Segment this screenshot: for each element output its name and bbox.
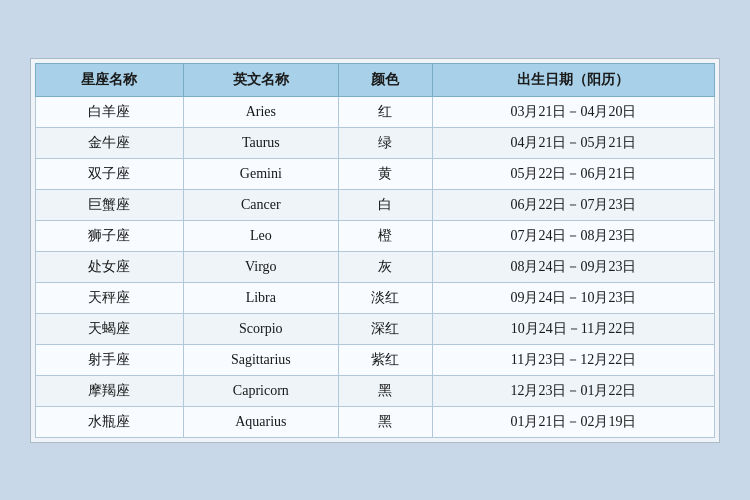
cell-6-0: 天秤座 bbox=[36, 282, 184, 313]
cell-7-0: 天蝎座 bbox=[36, 313, 184, 344]
cell-4-3: 07月24日－08月23日 bbox=[432, 220, 714, 251]
cell-8-1: Sagittarius bbox=[183, 344, 338, 375]
header-dates: 出生日期（阳历） bbox=[432, 63, 714, 96]
cell-8-0: 射手座 bbox=[36, 344, 184, 375]
table-row: 水瓶座Aquarius黑01月21日－02月19日 bbox=[36, 406, 715, 437]
table-row: 处女座Virgo灰08月24日－09月23日 bbox=[36, 251, 715, 282]
cell-6-3: 09月24日－10月23日 bbox=[432, 282, 714, 313]
table-row: 双子座Gemini黄05月22日－06月21日 bbox=[36, 158, 715, 189]
cell-10-1: Aquarius bbox=[183, 406, 338, 437]
table-row: 摩羯座Capricorn黑12月23日－01月22日 bbox=[36, 375, 715, 406]
cell-0-0: 白羊座 bbox=[36, 96, 184, 127]
cell-3-3: 06月22日－07月23日 bbox=[432, 189, 714, 220]
cell-9-0: 摩羯座 bbox=[36, 375, 184, 406]
cell-2-0: 双子座 bbox=[36, 158, 184, 189]
cell-5-1: Virgo bbox=[183, 251, 338, 282]
cell-10-0: 水瓶座 bbox=[36, 406, 184, 437]
cell-1-2: 绿 bbox=[338, 127, 432, 158]
cell-3-0: 巨蟹座 bbox=[36, 189, 184, 220]
header-color: 颜色 bbox=[338, 63, 432, 96]
cell-3-1: Cancer bbox=[183, 189, 338, 220]
cell-4-0: 狮子座 bbox=[36, 220, 184, 251]
cell-9-1: Capricorn bbox=[183, 375, 338, 406]
cell-10-2: 黑 bbox=[338, 406, 432, 437]
cell-1-3: 04月21日－05月21日 bbox=[432, 127, 714, 158]
table-row: 狮子座Leo橙07月24日－08月23日 bbox=[36, 220, 715, 251]
cell-5-2: 灰 bbox=[338, 251, 432, 282]
cell-4-1: Leo bbox=[183, 220, 338, 251]
cell-9-3: 12月23日－01月22日 bbox=[432, 375, 714, 406]
cell-6-1: Libra bbox=[183, 282, 338, 313]
cell-4-2: 橙 bbox=[338, 220, 432, 251]
cell-10-3: 01月21日－02月19日 bbox=[432, 406, 714, 437]
header-zh-name: 星座名称 bbox=[36, 63, 184, 96]
cell-2-1: Gemini bbox=[183, 158, 338, 189]
cell-3-2: 白 bbox=[338, 189, 432, 220]
cell-1-0: 金牛座 bbox=[36, 127, 184, 158]
cell-1-1: Taurus bbox=[183, 127, 338, 158]
table-row: 金牛座Taurus绿04月21日－05月21日 bbox=[36, 127, 715, 158]
cell-0-3: 03月21日－04月20日 bbox=[432, 96, 714, 127]
table-row: 射手座Sagittarius紫红11月23日－12月22日 bbox=[36, 344, 715, 375]
cell-9-2: 黑 bbox=[338, 375, 432, 406]
table-row: 白羊座Aries红03月21日－04月20日 bbox=[36, 96, 715, 127]
cell-6-2: 淡红 bbox=[338, 282, 432, 313]
table-row: 巨蟹座Cancer白06月22日－07月23日 bbox=[36, 189, 715, 220]
cell-2-3: 05月22日－06月21日 bbox=[432, 158, 714, 189]
cell-0-2: 红 bbox=[338, 96, 432, 127]
header-en-name: 英文名称 bbox=[183, 63, 338, 96]
table-row: 天秤座Libra淡红09月24日－10月23日 bbox=[36, 282, 715, 313]
cell-5-3: 08月24日－09月23日 bbox=[432, 251, 714, 282]
table-row: 天蝎座Scorpio深红10月24日－11月22日 bbox=[36, 313, 715, 344]
cell-8-2: 紫红 bbox=[338, 344, 432, 375]
zodiac-table-container: 星座名称 英文名称 颜色 出生日期（阳历） 白羊座Aries红03月21日－04… bbox=[30, 58, 720, 443]
cell-0-1: Aries bbox=[183, 96, 338, 127]
cell-7-3: 10月24日－11月22日 bbox=[432, 313, 714, 344]
cell-8-3: 11月23日－12月22日 bbox=[432, 344, 714, 375]
cell-2-2: 黄 bbox=[338, 158, 432, 189]
zodiac-table: 星座名称 英文名称 颜色 出生日期（阳历） 白羊座Aries红03月21日－04… bbox=[35, 63, 715, 438]
cell-7-2: 深红 bbox=[338, 313, 432, 344]
cell-5-0: 处女座 bbox=[36, 251, 184, 282]
cell-7-1: Scorpio bbox=[183, 313, 338, 344]
table-body: 白羊座Aries红03月21日－04月20日金牛座Taurus绿04月21日－0… bbox=[36, 96, 715, 437]
table-header-row: 星座名称 英文名称 颜色 出生日期（阳历） bbox=[36, 63, 715, 96]
